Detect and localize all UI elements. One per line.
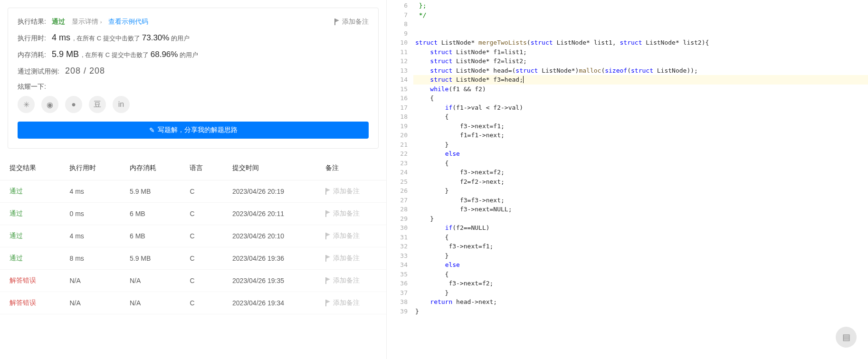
code-line[interactable]: return head->next; xyxy=(413,297,868,307)
line-number: 19 xyxy=(387,122,408,131)
memory-suffix: 的用户 xyxy=(180,51,198,59)
table-row[interactable]: 通过8 ms5.9 MBC2023/04/26 19:36 添加备注 xyxy=(0,247,386,270)
qq-icon[interactable]: ● xyxy=(65,96,82,113)
result-card: 添加备注 执行结果: 通过 显示详情 › 查看示例代码 执行用时: 4 ms ,… xyxy=(8,8,379,149)
code-line[interactable]: else xyxy=(413,260,868,270)
douban-icon[interactable]: 豆 xyxy=(89,96,106,113)
cell-runtime: 4 ms xyxy=(60,180,120,203)
code-line[interactable]: { xyxy=(413,112,868,122)
line-number: 13 xyxy=(387,66,408,76)
th-runtime[interactable]: 执行用时 xyxy=(60,156,120,180)
table-row[interactable]: 通过4 ms6 MBC2023/04/26 20:10 添加备注 xyxy=(0,225,386,247)
th-time[interactable]: 提交时间 xyxy=(223,156,316,180)
code-line[interactable]: struct ListNode* head=(struct ListNode*)… xyxy=(413,66,868,76)
submission-status[interactable]: 通过 xyxy=(10,187,23,195)
line-number: 18 xyxy=(387,112,408,122)
code-line[interactable] xyxy=(413,19,868,29)
table-row[interactable]: 解答错误N/AN/AC2023/04/26 19:35 添加备注 xyxy=(0,270,386,292)
code-line[interactable]: if(f1->val < f2->val) xyxy=(413,103,868,113)
line-number: 35 xyxy=(387,270,408,279)
code-line[interactable]: f3->next=NULL; xyxy=(413,205,868,214)
submission-status[interactable]: 通过 xyxy=(10,254,23,262)
add-note-cell[interactable]: 添加备注 xyxy=(325,276,377,285)
add-note-cell[interactable]: 添加备注 xyxy=(325,232,377,240)
line-number: 23 xyxy=(387,159,408,168)
code-line[interactable]: { xyxy=(413,233,868,242)
flag-icon xyxy=(325,255,331,262)
add-note-top[interactable]: 添加备注 xyxy=(334,18,369,26)
line-number: 37 xyxy=(387,288,408,298)
notes-float-button[interactable] xyxy=(836,327,857,348)
memory-prefix: , 在所有 C 提交中击败了 xyxy=(82,51,149,59)
submission-status[interactable]: 通过 xyxy=(10,232,23,239)
add-note-cell[interactable]: 添加备注 xyxy=(325,254,377,263)
code-line[interactable]: f3->next=f2; xyxy=(413,168,868,177)
code-line[interactable]: } xyxy=(413,251,868,261)
weibo-icon[interactable]: ◉ xyxy=(41,96,58,113)
linkedin-icon[interactable]: in xyxy=(113,96,130,113)
line-number: 27 xyxy=(387,196,408,205)
wechat-icon[interactable]: ✳ xyxy=(18,96,35,113)
cell-time: 2023/04/26 19:36 xyxy=(223,247,316,270)
code-line[interactable]: struct ListNode* f2=list2; xyxy=(413,57,868,66)
result-line-status: 执行结果: 通过 显示详情 › 查看示例代码 xyxy=(18,18,369,26)
memory-pct: 68.96% xyxy=(151,50,178,59)
table-row[interactable]: 通过0 ms6 MBC2023/04/26 20:11 添加备注 xyxy=(0,203,386,225)
code-line[interactable]: f3->next=f1; xyxy=(413,122,868,131)
code-line[interactable]: f3->next=f1; xyxy=(413,242,868,251)
show-detail-link[interactable]: 显示详情 › xyxy=(72,18,102,26)
chevron-right-icon: › xyxy=(100,19,102,25)
code-line[interactable]: } xyxy=(413,214,868,224)
code-line[interactable]: f1=f1->next; xyxy=(413,131,868,140)
line-number: 24 xyxy=(387,168,408,177)
flag-icon xyxy=(325,277,331,284)
memory-label: 内存消耗: xyxy=(18,51,46,59)
code-line[interactable]: { xyxy=(413,94,868,103)
cell-time: 2023/04/26 20:11 xyxy=(223,203,316,225)
table-row[interactable]: 通过4 ms5.9 MBC2023/04/26 20:19 添加备注 xyxy=(0,180,386,203)
cell-memory: 6 MB xyxy=(120,203,180,225)
code-line[interactable]: */ xyxy=(413,10,868,20)
result-line-memory: 内存消耗: 5.9 MB , 在所有 C 提交中击败了 68.96% 的用户 xyxy=(18,49,369,59)
th-lang[interactable]: 语言 xyxy=(180,156,223,180)
code-area[interactable]: }; */ struct ListNode* mergeTwoLists(str… xyxy=(413,0,868,359)
line-number: 30 xyxy=(387,223,408,233)
cell-lang: C xyxy=(180,180,223,203)
write-solution-button[interactable]: 写题解，分享我的解题思路 xyxy=(18,122,369,139)
cell-runtime: N/A xyxy=(60,292,120,314)
add-note-cell[interactable]: 添加备注 xyxy=(325,299,377,307)
code-line[interactable]: { xyxy=(413,159,868,168)
line-gutter: 6789101112131415161718192021222324252627… xyxy=(387,0,413,359)
code-line[interactable]: while(f1 && f2) xyxy=(413,85,868,94)
submission-status[interactable]: 通过 xyxy=(10,209,23,217)
code-line[interactable] xyxy=(413,29,868,38)
th-memory[interactable]: 内存消耗 xyxy=(120,156,180,180)
submission-status[interactable]: 解答错误 xyxy=(10,299,36,306)
line-number: 22 xyxy=(387,149,408,159)
code-line[interactable]: f3->next=f2; xyxy=(413,279,868,288)
cell-lang: C xyxy=(180,225,223,247)
code-line[interactable]: f3=f3->next; xyxy=(413,196,868,205)
add-note-cell[interactable]: 添加备注 xyxy=(325,209,377,218)
code-line[interactable]: else xyxy=(413,149,868,159)
code-line[interactable]: struct ListNode* f3=head; xyxy=(413,75,868,85)
cell-runtime: 0 ms xyxy=(60,203,120,225)
line-number: 39 xyxy=(387,307,408,316)
table-row[interactable]: 解答错误N/AN/AC2023/04/26 19:34 添加备注 xyxy=(0,292,386,314)
th-note[interactable]: 备注 xyxy=(316,156,386,180)
code-line[interactable]: } xyxy=(413,140,868,150)
view-example-link[interactable]: 查看示例代码 xyxy=(108,18,148,26)
code-line[interactable]: } xyxy=(413,307,868,316)
code-line[interactable]: struct ListNode* mergeTwoLists(struct Li… xyxy=(413,38,868,47)
submission-status[interactable]: 解答错误 xyxy=(10,276,36,284)
code-line[interactable]: }; xyxy=(413,1,868,10)
code-line[interactable]: } xyxy=(413,288,868,298)
code-line[interactable]: } xyxy=(413,186,868,196)
code-line[interactable]: f2=f2->next; xyxy=(413,177,868,187)
code-line[interactable]: if(f2==NULL) xyxy=(413,223,868,233)
code-line[interactable]: struct ListNode* f1=list1; xyxy=(413,47,868,57)
add-note-cell[interactable]: 添加备注 xyxy=(325,187,377,196)
code-line[interactable]: { xyxy=(413,270,868,279)
line-number: 20 xyxy=(387,131,408,140)
th-result[interactable]: 提交结果 xyxy=(0,156,60,180)
